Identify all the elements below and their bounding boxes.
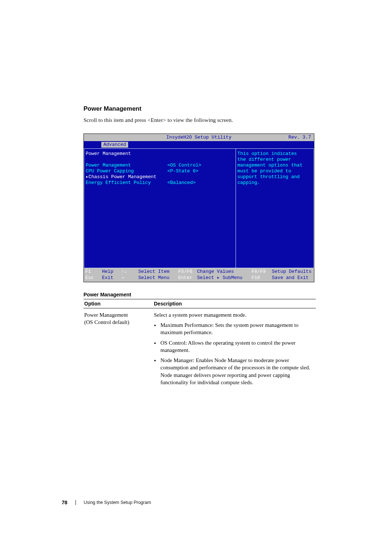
bios-submenu-title: Power Management	[86, 151, 165, 157]
bios-revision: Rev. 3.7	[289, 135, 311, 140]
col-head-option: Option	[83, 299, 153, 308]
table-row: Power Management (OS Control default) Se…	[83, 308, 316, 390]
keyhint-label: Select Menu	[138, 275, 178, 281]
description-bullet: Maximum Performance: Sets the system pow…	[160, 321, 315, 336]
bios-titlebar: InsydeH2O Setup Utility Rev. 3.7	[84, 134, 314, 141]
bios-help-line: the different power	[237, 157, 312, 163]
col-head-description: Description	[153, 299, 316, 308]
option-default: (OS Control default)	[84, 319, 152, 326]
bios-tab-row: Advanced	[84, 141, 314, 148]
bios-help-line: management options that	[237, 163, 312, 168]
bios-title: InsydeH2O Setup Utility	[166, 135, 231, 140]
bios-screenshot: InsydeH2O Setup Utility Rev. 3.7 Advance…	[83, 134, 314, 282]
description-bullet: Node Manager: Enables Node Manager to mo…	[160, 357, 315, 386]
keyhint-label: Help	[102, 269, 122, 275]
bios-item-chassis-power-management: ▸Chassis Power Management	[86, 174, 165, 180]
bios-help-line: capping.	[237, 180, 312, 186]
bios-value-chassis	[167, 174, 235, 180]
bios-help-line: must be provided to	[237, 168, 312, 174]
table-title: Power Management	[83, 292, 316, 297]
keyhint-key: F8/F9	[252, 269, 272, 275]
page-footer: 78 Using the System Setup Program	[62, 500, 151, 505]
keyhint-key: F10	[252, 275, 272, 281]
page-number: 78	[62, 500, 68, 505]
keyhint-key: ↔	[122, 275, 138, 281]
bios-value-power-management: <OS Control>	[167, 163, 235, 168]
description-cell: Select a system power management mode. M…	[153, 308, 316, 390]
options-table: Option Description Power Management (OS …	[83, 299, 316, 390]
section-intro: Scroll to this item and press <Enter> to…	[83, 117, 316, 123]
bios-item-cpu-power-capping: CPU Power Capping	[86, 168, 165, 174]
footer-divider-icon	[75, 500, 76, 505]
keyhint-label: Setup Defaults	[272, 269, 313, 275]
keyhint-key: Enter	[178, 275, 197, 281]
keyhint-key: F5/F6	[178, 269, 197, 275]
keyhint-label: Select ▸ SubMenu	[197, 275, 252, 281]
keyhint-key: Esc	[85, 275, 102, 281]
keyhint-label: Exit	[102, 275, 122, 281]
bios-help-line: support throttling and	[237, 174, 312, 180]
bios-menu-column: Power Management Power Management CPU Po…	[84, 148, 167, 268]
tab-advanced: Advanced	[101, 142, 128, 148]
keyhint-label: Save and Exit	[272, 275, 313, 281]
description-intro: Select a system power management mode.	[154, 311, 315, 319]
option-cell: Power Management (OS Control default)	[83, 308, 153, 390]
bios-help-line: This option indicates	[237, 151, 312, 157]
option-name: Power Management	[84, 311, 152, 319]
bios-value-energy-policy: <Balanced>	[167, 180, 235, 186]
bios-item-power-management: Power Management	[86, 163, 165, 168]
bios-value-cpu-power-capping: <P-State 0>	[167, 168, 235, 174]
keyhint-label: Change Values	[197, 269, 252, 275]
bios-item-energy-efficient-policy: Energy Efficient Policy	[86, 180, 165, 186]
bios-help-column: This option indicates the different powe…	[236, 148, 314, 268]
keyhint-key: ↑↓	[122, 269, 138, 275]
keyhint-key: F1	[85, 269, 102, 275]
bios-value-column: <OS Control> <P-State 0> <Balanced>	[167, 148, 236, 268]
footer-chapter: Using the System Setup Program	[84, 500, 151, 505]
keyhint-label: Select Item	[138, 269, 178, 275]
section-heading: Power Management	[83, 105, 316, 112]
bios-keyhints: F1 Help ↑↓ Select Item F5/F6 Change Valu…	[84, 268, 314, 282]
description-bullet: OS Control: Allows the operating system …	[160, 339, 315, 354]
